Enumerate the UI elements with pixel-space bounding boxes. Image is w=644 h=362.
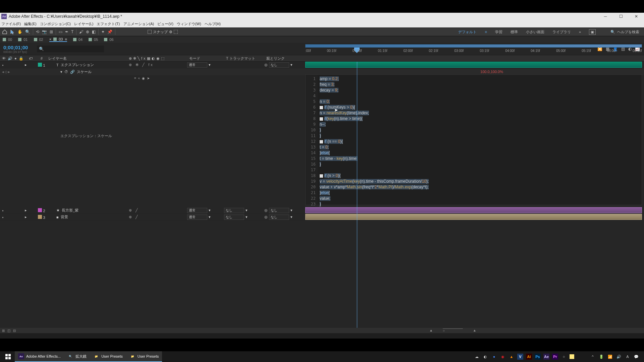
parent-dropdown[interactable]: なし [269,62,289,68]
pickwhip-icon[interactable]: ◎ [264,208,268,213]
visibility-toggle[interactable] [2,215,7,220]
parent-dropdown[interactable]: なし [269,215,289,220]
pen-tool-icon[interactable]: ✒ [65,29,68,34]
camera-tool-icon[interactable]: 📷 [42,29,47,34]
help-search[interactable]: 🔍 ヘルプを検索 [610,29,639,35]
tray-expand-icon[interactable]: ^ [590,354,596,360]
expr-language-icon[interactable]: ➤ [147,76,150,80]
playhead-line[interactable] [357,62,357,333]
roto-tool-icon[interactable]: ✦ [101,29,105,34]
workspace-standard[interactable]: 標準 [511,29,518,35]
menu-help[interactable]: ヘルプ(H) [205,21,221,26]
eye-col-icon[interactable]: 👁 [2,56,6,61]
visibility-toggle[interactable] [2,208,7,213]
volume-icon[interactable]: 🔊 [616,354,622,360]
menu-view[interactable]: ビュー(V) [157,21,173,26]
clone-tool-icon[interactable]: ⊕ [86,29,89,34]
ae-icon[interactable]: Ae [543,354,549,360]
workspace-more-icon[interactable]: » [579,30,581,34]
pan-behind-icon[interactable]: ⊞ [50,29,53,34]
taskbar-item-presets1[interactable]: 📁 User Presets [90,351,126,362]
label-col-icon[interactable]: 🏷 [29,56,33,61]
workspace-small[interactable]: 小さい画面 [526,29,544,35]
menu-comp[interactable]: コンポジション(C) [40,21,71,26]
stopwatch-icon[interactable]: ⏱ [64,70,68,74]
chrome-icon[interactable]: ● [491,354,497,360]
close-button[interactable]: ✕ [629,13,644,20]
workspace-panel-icon[interactable]: ▣ [589,29,596,35]
comp-tab-02[interactable]: 02 [34,38,43,42]
pickwhip-icon[interactable]: ◎ [264,215,268,219]
zoom-in-icon[interactable]: ▲ [473,328,476,333]
pickwhip-icon[interactable]: ◎ [264,63,268,67]
current-timecode[interactable]: 0;00;01;00 [3,45,37,50]
menu-anim[interactable]: アニメーション(A) [123,21,154,26]
tray-icon[interactable]: ☁ [474,354,480,360]
track-dropdown[interactable]: なし [224,208,244,213]
maximize-button[interactable]: ☐ [613,13,629,20]
audio-col-icon[interactable]: 🔊 [8,56,12,61]
expr-enable-icon[interactable]: = [134,76,136,80]
tray-note-icon[interactable] [570,354,574,359]
prev-keyframe-icon[interactable]: ◂ [2,70,4,74]
expr-pickwhip-icon[interactable]: ◉ [142,76,145,80]
mode-dropdown[interactable]: 通常 [187,215,207,220]
tray-icon[interactable]: ▲ [508,354,515,360]
lock-col-icon[interactable]: 🔒 [19,56,23,61]
toggle-modes-icon[interactable]: ◫ [7,329,10,333]
expr-graph-icon[interactable]: ≈ [138,76,140,80]
zoom-tool-icon[interactable]: 🔍 [25,29,30,34]
toggle-switches-icon[interactable]: ⊞ [2,329,5,333]
parent-dropdown[interactable]: なし [269,208,289,213]
snap-options-icon[interactable]: ⚙ [169,30,172,34]
solo-col-icon[interactable]: ● [14,56,17,61]
timeline-search[interactable]: 🔍 [37,46,104,52]
ime-icon[interactable]: A [625,354,631,360]
home-icon[interactable] [2,29,7,35]
comp-tab-06[interactable]: 06 [104,38,113,42]
cc-icon[interactable]: ◉ [500,354,506,360]
menu-edit[interactable]: 編集(E) [24,21,37,26]
next-keyframe-icon[interactable]: ▸ [8,70,10,74]
minimize-button[interactable]: ─ [598,13,613,20]
timeline-body[interactable] [305,62,642,333]
add-keyframe-icon[interactable]: ◇ [5,70,7,74]
menu-window[interactable]: ウィンドウ(W) [177,21,201,26]
menu-effect[interactable]: エフェクト(T) [97,21,120,26]
visibility-toggle[interactable] [2,63,7,67]
menu-file[interactable]: ファイル(F) [1,21,21,26]
battery-icon[interactable]: 🔋 [598,354,604,360]
workspace-learn[interactable]: 学習 [495,29,502,35]
text-tool-icon[interactable]: T [71,29,73,34]
tray-icon[interactable]: ◐ [482,354,488,360]
time-ruler[interactable]: :00f 00:15f 01:00f 01:15f 02:00f 02:15f … [305,43,642,55]
zoom-out-icon[interactable]: ▲ [429,328,433,333]
rect-tool-icon[interactable]: ▭ [59,29,62,34]
layer-bar[interactable] [305,207,642,213]
close-tab-icon[interactable]: × [49,37,51,41]
comp-tab-03[interactable]: ×03≡ [49,37,67,42]
toggle-inpoint-icon[interactable]: ⊟ [13,329,16,333]
comp-tab-05[interactable]: 05 [89,38,98,42]
menu-layer[interactable]: レイヤー(L) [74,21,93,26]
ai-icon[interactable]: Ai [526,354,532,360]
wifi-icon[interactable]: 📶 [607,354,613,360]
mode-dropdown[interactable]: 通常 [187,208,207,213]
scale-link-icon[interactable]: 🔗 [70,70,75,74]
tray-icon[interactable]: ○ [561,354,567,360]
ps-icon[interactable]: Ps [535,354,541,360]
track-dropdown[interactable]: なし [224,215,244,220]
notifications-icon[interactable]: 💬 [633,354,639,360]
selection-tool-icon[interactable] [10,29,15,35]
workspace-default[interactable]: デフォルト [458,29,477,35]
workspace-library[interactable]: ライブラリ [552,29,571,35]
taskbar-item-presets2[interactable]: 📁 User Presets [126,351,162,362]
snap-toggle[interactable]: スナップ ⚙ [148,29,178,35]
pr-icon[interactable]: Pr [552,354,558,360]
comp-tab-00[interactable]: 00 [3,38,12,42]
comp-tab-04[interactable]: 04 [73,38,83,42]
zoom-slider[interactable]: ○ [443,328,463,333]
mode-dropdown[interactable]: 通常 [187,62,207,68]
orbit-tool-icon[interactable]: ⟲ [36,29,39,34]
comp-tab-01[interactable]: 01 [18,38,28,42]
